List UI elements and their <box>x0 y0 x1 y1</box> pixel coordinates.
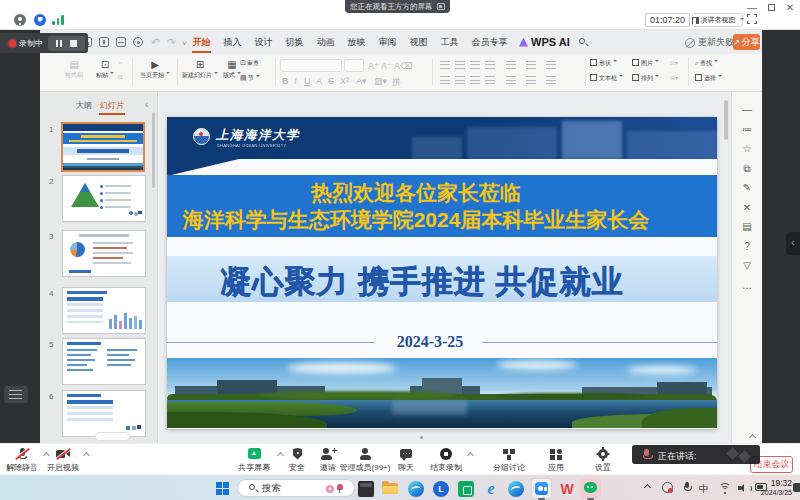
expand-chevron-icon[interactable] <box>467 452 474 459</box>
tray-expand-chevron[interactable] <box>644 484 651 491</box>
window-close-button[interactable]: ✕ <box>784 2 796 14</box>
select-button[interactable]: 选择 <box>695 74 722 83</box>
meeting-security-icon[interactable] <box>34 14 46 26</box>
taskbar-search[interactable]: 搜索 <box>237 479 355 497</box>
indent-icon[interactable] <box>485 61 495 69</box>
merge-icon[interactable] <box>526 76 536 84</box>
expand-chevron-icon[interactable] <box>277 452 284 459</box>
textbox-button[interactable]: 文本框 <box>590 74 623 83</box>
review-button[interactable]: ⊡审查 <box>240 59 259 68</box>
picture-button[interactable]: 图片 <box>632 59 659 68</box>
line-spacing-icon[interactable] <box>526 61 536 69</box>
panel-collapse-icon[interactable]: ‹ <box>145 99 148 110</box>
clothes-icon[interactable]: ▽ <box>741 260 753 272</box>
highlight-icon[interactable]: ▨▾ <box>374 76 387 86</box>
taskbar-green-app-icon[interactable] <box>458 481 474 497</box>
shapes-button[interactable]: 形状 <box>590 59 617 68</box>
ribbon-tab-4[interactable]: 切换 <box>279 30 310 54</box>
taskbar-clock[interactable]: 19:32 2024/3/25 <box>758 478 792 497</box>
ribbon-tab-8[interactable]: 视图 <box>403 30 434 54</box>
pause-recording-button[interactable] <box>56 40 58 47</box>
profile-edit-icon[interactable]: ✎ <box>741 182 753 194</box>
bullet-list-icon[interactable] <box>440 61 450 69</box>
font-size-select[interactable] <box>344 59 364 72</box>
side-panel-collapse-tab[interactable]: ‹ <box>786 232 800 255</box>
tab-outline[interactable]: 大纲 <box>76 100 92 111</box>
find-button[interactable]: ⌕查找 <box>695 59 718 68</box>
ribbon-tab-10[interactable]: 会员专享 <box>465 30 514 54</box>
new-slide-pill[interactable] <box>95 432 130 441</box>
wordart-icon[interactable]: ⊡▾ <box>670 59 678 66</box>
ribbon-search-icon[interactable] <box>579 38 588 47</box>
wifi-icon[interactable] <box>719 483 731 493</box>
settings-sliders-icon[interactable]: ≔ <box>741 124 753 136</box>
taskbar-ie-icon[interactable]: e <box>483 481 499 497</box>
ribbon-tab-9[interactable]: 工具 <box>434 30 465 54</box>
list-more-icon[interactable] <box>546 76 556 84</box>
font-decrease-icon[interactable]: A⁻ <box>381 61 392 71</box>
ribbon-tab-2[interactable]: 插入 <box>217 30 248 54</box>
font-name-select[interactable] <box>280 59 342 72</box>
taskbar-wps-icon[interactable]: W <box>559 481 575 497</box>
window-maximize-button[interactable] <box>765 2 777 14</box>
cut-tool-icon[interactable]: ✕ <box>741 202 753 214</box>
justify-icon[interactable] <box>485 76 495 84</box>
taskbar-file-explorer-icon[interactable] <box>382 481 398 497</box>
share-button[interactable]: ↗分享 <box>733 34 760 50</box>
view-mode-dropdown[interactable]: 演讲者视图 <box>692 13 743 27</box>
italic-icon[interactable]: I <box>294 76 297 86</box>
copy-icon[interactable]: ⧉ <box>118 74 122 81</box>
star-icon[interactable]: ☆ <box>741 143 753 155</box>
expand-chevron-icon[interactable] <box>83 452 90 459</box>
arrange-button[interactable]: 排列 <box>632 74 659 83</box>
volume-icon[interactable] <box>738 483 749 493</box>
help-icon[interactable]: ? <box>741 241 753 253</box>
tray-mic-icon[interactable] <box>681 482 692 493</box>
divider-icon[interactable]: — <box>741 104 753 116</box>
slide-canvas[interactable]: 上海海洋大学 SHANGHAI OCEAN UNIVERSITY 热烈欢迎各位家… <box>167 117 717 429</box>
ime-indicator[interactable]: 中 <box>699 483 709 496</box>
columns-icon[interactable] <box>546 61 556 69</box>
underline-icon[interactable]: U <box>304 76 311 86</box>
notification-icon[interactable] <box>793 483 800 492</box>
char-a-icon[interactable]: A <box>316 76 322 86</box>
tab-slides[interactable]: 幻灯片 <box>100 100 124 111</box>
taskbar-wechat-icon[interactable] <box>580 478 601 499</box>
bold-icon[interactable]: B <box>282 76 289 86</box>
taskbar-meeting-app-icon[interactable] <box>531 478 552 499</box>
play-from-current-button[interactable]: ▶当页开始 <box>133 58 177 80</box>
taskbar-app-laptop-icon[interactable] <box>358 481 374 497</box>
notebook-icon[interactable]: ▤ <box>741 221 753 233</box>
redo-icon[interactable]: ↷ <box>167 36 176 49</box>
ribbon-tab-5[interactable]: 动画 <box>310 30 341 54</box>
thumbnail-scrollbar[interactable] <box>152 112 155 188</box>
print-preview-icon[interactable] <box>133 37 143 47</box>
cut-icon[interactable]: ✂ <box>118 59 123 66</box>
slide-thumbnail-1[interactable]: 1 <box>61 122 145 172</box>
align-center-icon[interactable] <box>455 76 465 84</box>
ribbon-tab-3[interactable]: 设计 <box>248 30 279 54</box>
presenter-avatar-icon[interactable] <box>14 14 26 26</box>
ribbon-tab-1[interactable]: 开始 <box>186 30 217 54</box>
font-increase-icon[interactable]: A⁺ <box>368 61 379 71</box>
slide-thumbnail-4[interactable]: 4 <box>62 287 146 334</box>
taskbar-360-browser-icon[interactable] <box>508 481 524 497</box>
font-color-icon[interactable]: A▾ <box>356 76 367 86</box>
distribute-icon[interactable] <box>506 76 516 84</box>
expand-chevron-icon[interactable] <box>43 452 50 459</box>
canvas-scrollbar[interactable] <box>724 100 728 140</box>
number-list-icon[interactable] <box>455 61 465 69</box>
text-direction-icon[interactable] <box>506 61 516 69</box>
slide-thumbnail-6[interactable]: 6 <box>62 390 146 437</box>
slide-thumbnail-5[interactable]: 5 <box>62 338 146 385</box>
fullscreen-button[interactable] <box>747 14 757 24</box>
taskbar-edge-icon[interactable] <box>408 481 424 497</box>
align-left-icon[interactable] <box>440 76 450 84</box>
superscript-icon[interactable]: X² <box>340 76 349 86</box>
ribbon-tab-wps-ai[interactable]: WPS AI <box>514 36 575 48</box>
print-icon[interactable] <box>116 37 126 47</box>
layers-icon[interactable]: ⧉ <box>741 163 753 175</box>
more-icon[interactable]: … <box>741 280 753 292</box>
tray-recording-icon[interactable] <box>662 482 673 493</box>
slide-thumbnail-3[interactable]: 3 <box>62 230 146 277</box>
